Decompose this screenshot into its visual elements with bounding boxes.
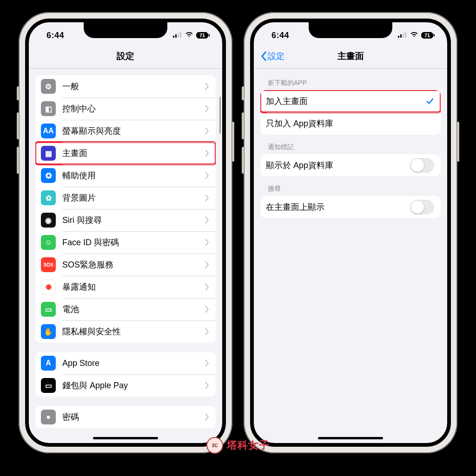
section-header-new-app: 新下載的APP bbox=[260, 71, 441, 90]
signal-icon bbox=[173, 31, 182, 39]
chevron-right-icon bbox=[205, 283, 209, 291]
row-show-in-library[interactable]: 顯示於 App資料庫 bbox=[260, 154, 441, 176]
nav-title: 設定 bbox=[117, 50, 134, 62]
settings-row[interactable]: ✿背景圖片 bbox=[35, 187, 216, 209]
toggle-show-home[interactable] bbox=[410, 200, 434, 215]
volume-up-button bbox=[17, 112, 19, 139]
chevron-right-icon bbox=[205, 127, 209, 135]
row-app-library-only[interactable]: 只加入 App資料庫 bbox=[260, 112, 441, 135]
chevron-right-icon bbox=[205, 239, 209, 246]
settings-icon: ● bbox=[41, 410, 56, 424]
new-app-list: 加入主畫面 只加入 App資料庫 bbox=[260, 90, 441, 135]
settings-icon: ☺ bbox=[41, 235, 56, 250]
content-left[interactable]: ⚙一般◧控制中心AA螢幕顯示與亮度▦主畫面✪輔助使用✿背景圖片◉Siri 與搜尋… bbox=[29, 69, 222, 443]
row-label: 一般 bbox=[62, 81, 198, 92]
chevron-right-icon bbox=[205, 83, 209, 90]
chevron-right-icon bbox=[205, 194, 209, 202]
section-header-search: 搜尋 bbox=[260, 176, 441, 196]
row-label: Face ID 與密碼 bbox=[62, 237, 198, 248]
row-label: SOS緊急服務 bbox=[62, 259, 198, 270]
settings-icon: ▭ bbox=[41, 302, 56, 317]
volume-down-button bbox=[242, 147, 244, 174]
settings-row[interactable]: ◧控制中心 bbox=[35, 98, 216, 120]
svg-rect-0 bbox=[173, 36, 174, 38]
settings-row[interactable]: AApp Store bbox=[35, 352, 216, 374]
status-icons: 71 bbox=[173, 31, 211, 39]
section-header-badge: 通知標記 bbox=[260, 135, 441, 154]
settings-icon: ▦ bbox=[41, 146, 56, 161]
power-button bbox=[457, 122, 459, 162]
chevron-right-icon bbox=[205, 328, 209, 335]
chevron-right-icon bbox=[205, 359, 209, 367]
silent-switch bbox=[242, 86, 244, 100]
row-label: App Store bbox=[62, 359, 198, 368]
scrollbar-thumb[interactable] bbox=[219, 97, 221, 134]
settings-list-1: ⚙一般◧控制中心AA螢幕顯示與亮度▦主畫面✪輔助使用✿背景圖片◉Siri 與搜尋… bbox=[35, 75, 216, 343]
settings-icon: ✿ bbox=[41, 190, 56, 205]
chevron-right-icon bbox=[205, 306, 209, 313]
row-label: 隱私權與安全性 bbox=[62, 326, 198, 337]
status-time: 6:44 bbox=[265, 31, 289, 40]
content-right[interactable]: 新下載的APP 加入主畫面 只加入 App資料庫 通知標記 顯示於 App資料庫 bbox=[254, 69, 447, 443]
volume-up-button bbox=[242, 112, 244, 139]
settings-icon: AA bbox=[41, 124, 56, 138]
wifi-icon bbox=[185, 31, 193, 39]
navbar-right: 設定 主畫面 bbox=[254, 44, 447, 69]
svg-rect-4 bbox=[398, 36, 399, 38]
settings-row[interactable]: ▦主畫面 bbox=[35, 142, 216, 164]
notch bbox=[84, 22, 167, 38]
settings-row[interactable]: ✪輔助使用 bbox=[35, 164, 216, 187]
toggle-show-library[interactable] bbox=[410, 158, 434, 173]
notch bbox=[309, 22, 392, 38]
settings-row[interactable]: SOSSOS緊急服務 bbox=[35, 254, 216, 276]
chevron-right-icon bbox=[205, 216, 209, 224]
row-label: 加入主畫面 bbox=[266, 96, 419, 107]
settings-row[interactable]: ▭錢包與 Apple Pay bbox=[35, 374, 216, 397]
home-indicator[interactable] bbox=[318, 437, 383, 439]
phone-left: 6:44 71 設定 ⚙一般◧控制中心AA螢幕顯示與亮度▦主畫面✪輔助使用✿背景… bbox=[19, 12, 232, 453]
row-label: 螢幕顯示與亮度 bbox=[62, 125, 198, 137]
power-button bbox=[232, 122, 234, 162]
back-button[interactable]: 設定 bbox=[258, 44, 287, 68]
settings-row[interactable]: ✺暴露通知 bbox=[35, 276, 216, 298]
settings-list-2: AApp Store▭錢包與 Apple Pay bbox=[35, 352, 216, 397]
chevron-right-icon bbox=[205, 105, 209, 112]
settings-list-3: ●密碼 bbox=[35, 406, 216, 428]
settings-row[interactable]: ▭電池 bbox=[35, 298, 216, 320]
navbar-left: 設定 bbox=[29, 44, 222, 69]
settings-row[interactable]: ☺Face ID 與密碼 bbox=[35, 231, 216, 254]
row-label: 顯示於 App資料庫 bbox=[266, 160, 403, 171]
svg-rect-5 bbox=[400, 34, 402, 38]
wifi-icon bbox=[410, 31, 418, 39]
chevron-right-icon bbox=[205, 382, 209, 389]
row-add-home[interactable]: 加入主畫面 bbox=[260, 90, 441, 112]
chevron-right-icon bbox=[205, 261, 209, 268]
screen-right: 6:44 71 設定 主畫面 新下載的APP 加入主畫面 bbox=[250, 19, 451, 447]
badge-list: 顯示於 App資料庫 bbox=[260, 154, 441, 176]
settings-icon: ⚙ bbox=[41, 79, 56, 94]
settings-icon: ✋ bbox=[41, 324, 56, 339]
row-label: Siri 與搜尋 bbox=[62, 215, 198, 226]
settings-row[interactable]: ⚙一般 bbox=[35, 75, 216, 98]
svg-rect-2 bbox=[178, 33, 179, 38]
row-label: 密碼 bbox=[62, 411, 198, 423]
back-label: 設定 bbox=[268, 51, 284, 62]
settings-row[interactable]: ✋隱私權與安全性 bbox=[35, 320, 216, 343]
settings-row[interactable]: ◉Siri 與搜尋 bbox=[35, 209, 216, 231]
row-label: 只加入 App資料庫 bbox=[266, 118, 434, 129]
svg-rect-6 bbox=[403, 33, 404, 38]
settings-row[interactable]: ●密碼 bbox=[35, 406, 216, 428]
watermark-avatar: 3C bbox=[206, 437, 223, 454]
watermark: 3C 塔科女子 bbox=[206, 437, 270, 454]
settings-row[interactable]: AA螢幕顯示與亮度 bbox=[35, 120, 216, 142]
settings-icon: ✪ bbox=[41, 168, 56, 183]
status-time: 6:44 bbox=[40, 31, 64, 40]
row-label: 在主畫面上顯示 bbox=[266, 202, 403, 213]
svg-rect-7 bbox=[405, 32, 406, 38]
chevron-right-icon bbox=[205, 150, 209, 157]
settings-icon: ✺ bbox=[41, 280, 56, 294]
home-indicator[interactable] bbox=[93, 437, 158, 439]
row-label: 電池 bbox=[62, 304, 198, 315]
settings-icon: SOS bbox=[41, 257, 56, 272]
row-show-on-home[interactable]: 在主畫面上顯示 bbox=[260, 196, 441, 218]
